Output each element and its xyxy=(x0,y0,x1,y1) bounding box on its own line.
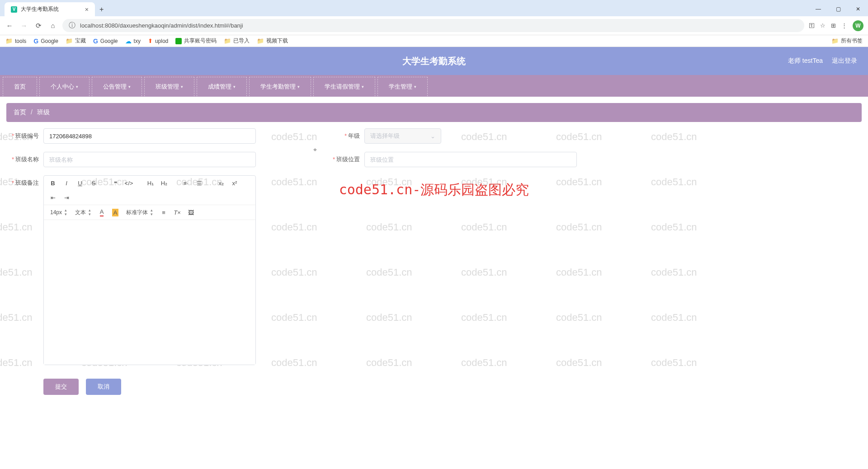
bold-icon[interactable]: B xyxy=(48,178,57,188)
strike-icon[interactable]: S xyxy=(89,178,98,188)
nav-item-7[interactable]: 学生管理▾ xyxy=(377,77,428,96)
key-icon[interactable]: ⚿ xyxy=(809,22,815,29)
code-icon[interactable]: </> xyxy=(124,178,133,188)
rich-editor: B I U S ❝ </> H₁ H₂ ≡· ☰ x₂ x² xyxy=(43,175,256,365)
grade-label: 年级 xyxy=(348,132,360,139)
h1-icon[interactable]: H₁ xyxy=(146,178,155,188)
nav-item-2[interactable]: 公告管理▾ xyxy=(92,77,142,96)
profile-avatar[interactable]: W xyxy=(853,20,863,31)
close-tab-icon[interactable]: × xyxy=(85,6,89,13)
logout-link[interactable]: 退出登录 xyxy=(832,57,857,65)
breadcrumb-home[interactable]: 首页 xyxy=(14,108,26,116)
breadcrumb-current: 班级 xyxy=(37,108,50,116)
user-label[interactable]: 老师 testTea xyxy=(788,57,823,65)
maximize-button[interactable]: ▢ xyxy=(828,2,848,16)
forward-button[interactable]: → xyxy=(19,21,29,31)
class-loc-input[interactable] xyxy=(364,152,577,167)
bookmark-txy[interactable]: txy xyxy=(125,38,141,45)
outdent-icon[interactable]: ⇤ xyxy=(48,192,57,202)
sup-icon[interactable]: x² xyxy=(230,178,239,188)
align-icon[interactable]: ≡ xyxy=(159,207,168,217)
cancel-button[interactable]: 取消 xyxy=(86,379,121,395)
nav-item-1[interactable]: 个人中心▾ xyxy=(39,77,90,96)
grade-select[interactable]: 请选择年级 ⌄ xyxy=(364,128,441,144)
browser-chrome: V 大学生考勤系统 × + — ▢ ✕ ← → ⟳ ⌂ ⓘ localhost:… xyxy=(0,0,868,47)
nav-item-0[interactable]: 首页 xyxy=(3,77,37,96)
bookmark-tools[interactable]: tools xyxy=(5,38,26,44)
submit-button[interactable]: 提交 xyxy=(43,379,79,395)
reload-button[interactable]: ⟳ xyxy=(33,21,43,31)
app-header: 大学生考勤系统 老师 testTea 退出登录 xyxy=(0,47,868,75)
page-body: 首页 / 班级 *班级编号 *年级 请选择年级 ⌄ *班级名称 *班级位置 *班… xyxy=(0,97,868,401)
editor-body[interactable] xyxy=(44,220,255,365)
form: *班级编号 *年级 请选择年级 ⌄ *班级名称 *班级位置 *班级备注 B I xyxy=(6,128,621,365)
text-style-select[interactable]: 文本▴▾ xyxy=(73,207,93,217)
url-text: localhost:8080/daxueshengkaoqin/admin/di… xyxy=(80,22,243,29)
class-name-label: 班级名称 xyxy=(15,156,39,163)
class-name-input[interactable] xyxy=(43,152,256,167)
font-family-select[interactable]: 标准字体▴▾ xyxy=(124,207,155,217)
bookmark-google2[interactable]: Google xyxy=(93,38,118,45)
clear-format-icon[interactable]: T× xyxy=(173,207,182,217)
bg-color-icon[interactable]: A xyxy=(111,207,120,217)
indent-icon[interactable]: ⇥ xyxy=(62,192,71,202)
back-button[interactable]: ← xyxy=(5,21,14,31)
close-window-button[interactable]: ✕ xyxy=(848,2,868,16)
quote-icon[interactable]: ❝ xyxy=(111,178,120,188)
class-loc-label: 班级位置 xyxy=(336,156,360,163)
address-bar[interactable]: ⓘ localhost:8080/daxueshengkaoqin/admin/… xyxy=(62,19,804,32)
nav-item-5[interactable]: 学生考勤管理▾ xyxy=(249,77,311,96)
chevron-down-icon: ⌄ xyxy=(430,133,435,140)
class-id-label: 班级编号 xyxy=(15,132,39,139)
window-controls: — ▢ ✕ xyxy=(808,2,868,16)
nav-item-4[interactable]: 成绩管理▾ xyxy=(197,77,247,96)
ol-icon[interactable]: ≡· xyxy=(181,178,190,188)
tab-title: 大学生考勤系统 xyxy=(21,5,59,13)
bookmark-treasure[interactable]: 宝藏 xyxy=(66,37,86,45)
nav-item-3[interactable]: 班级管理▾ xyxy=(144,77,194,96)
bookmark-video[interactable]: 视频下载 xyxy=(257,37,288,45)
bookmark-shared[interactable]: 共享账号密码 xyxy=(175,37,217,45)
toolbar-right: ⚿ ☆ ⊞ ⋮ W xyxy=(809,20,863,31)
class-note-label: 班级备注 xyxy=(15,179,39,186)
tab-strip: V 大学生考勤系统 × + — ▢ ✕ xyxy=(0,0,868,16)
h2-icon[interactable]: H₂ xyxy=(160,178,169,188)
all-bookmarks[interactable]: 所有书签 xyxy=(831,37,863,45)
browser-tab[interactable]: V 大学生考勤系统 × xyxy=(5,2,95,16)
address-row: ← → ⟳ ⌂ ⓘ localhost:8080/daxueshengkaoqi… xyxy=(0,16,868,35)
image-icon[interactable]: 🖼 xyxy=(186,207,195,217)
minimize-button[interactable]: — xyxy=(808,2,828,16)
breadcrumb-sep: / xyxy=(31,108,33,116)
underline-icon[interactable]: U xyxy=(75,178,85,188)
site-info-icon[interactable]: ⓘ xyxy=(69,21,75,30)
menu-icon[interactable]: ⋮ xyxy=(841,22,847,29)
italic-icon[interactable]: I xyxy=(62,178,71,188)
text-color-icon[interactable]: A xyxy=(97,207,106,217)
home-button[interactable]: ⌂ xyxy=(48,21,58,31)
extensions-icon[interactable]: ⊞ xyxy=(831,22,836,29)
app-title: 大学生考勤系统 xyxy=(402,55,466,67)
class-id-input[interactable] xyxy=(43,128,256,144)
bookmarks-bar: tools Google 宝藏 Google txy uplod 共享账号密码 … xyxy=(0,35,868,47)
new-tab-button[interactable]: + xyxy=(95,3,108,16)
nav-item-6[interactable]: 学生请假管理▾ xyxy=(313,77,375,96)
bookmark-star-icon[interactable]: ☆ xyxy=(820,22,826,29)
sub-icon[interactable]: x₂ xyxy=(217,178,226,188)
breadcrumb: 首页 / 班级 xyxy=(6,103,862,122)
favicon-icon: V xyxy=(11,6,17,13)
main-nav: 首页个人中心▾公告管理▾班级管理▾成绩管理▾学生考勤管理▾学生请假管理▾学生管理… xyxy=(0,75,868,97)
bookmark-google[interactable]: Google xyxy=(33,38,58,45)
font-size-select[interactable]: 14px▴▾ xyxy=(48,207,69,217)
bookmark-upload[interactable]: uplod xyxy=(148,38,168,44)
ul-icon[interactable]: ☰ xyxy=(195,178,204,188)
bookmark-imported[interactable]: 已导入 xyxy=(224,37,250,45)
